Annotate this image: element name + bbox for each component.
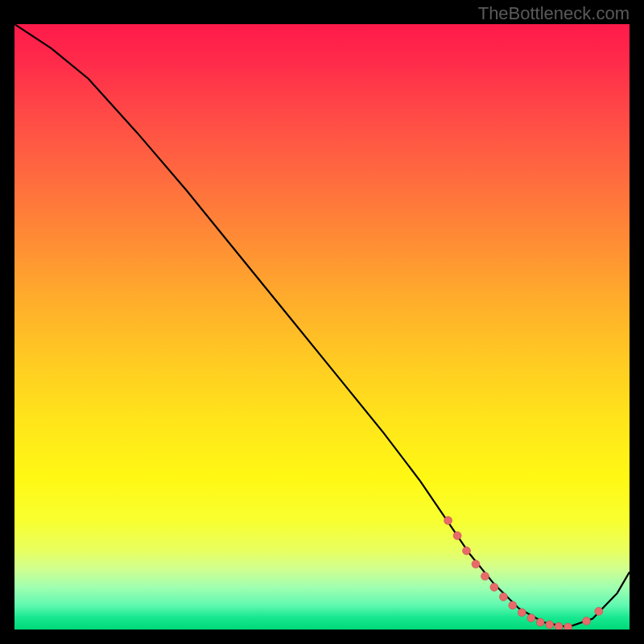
data-point [555,622,563,630]
data-point [490,583,498,591]
data-point [499,592,507,601]
chart-svg [14,24,630,630]
data-point [518,609,526,617]
data-point [583,617,591,625]
plot-area [14,24,630,630]
data-point [453,531,461,539]
data-point [509,601,517,609]
data-point [444,517,452,525]
bottleneck-curve [14,24,630,627]
data-point [564,623,572,630]
data-point [463,547,471,555]
data-point [546,621,554,629]
data-point [595,607,603,615]
data-point [536,618,544,626]
data-point [472,560,480,568]
data-points [444,517,603,630]
data-point [481,572,489,580]
data-point [527,614,535,622]
watermark-text: TheBottleneck.com [478,3,630,24]
